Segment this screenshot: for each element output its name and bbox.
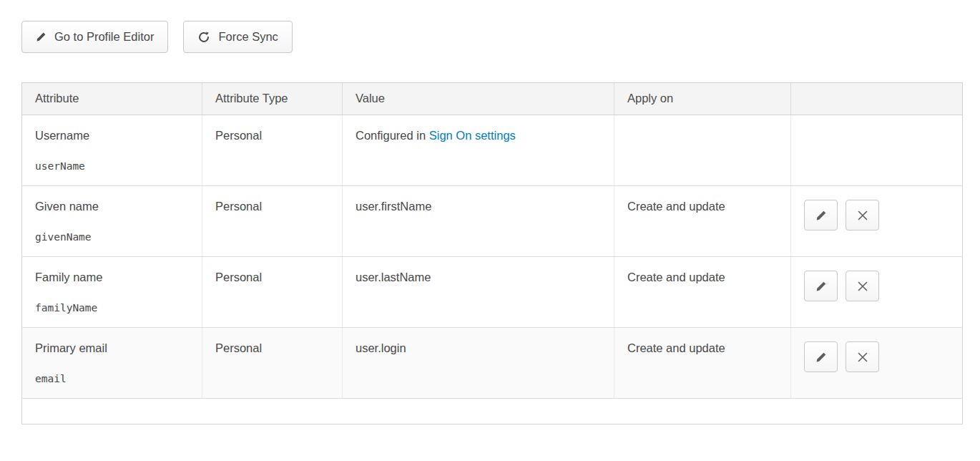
- header-attribute-type: Attribute Type: [202, 83, 343, 115]
- attribute-label: Given name: [35, 200, 189, 213]
- header-attribute: Attribute: [22, 83, 202, 115]
- table-row-given-name: Given name givenName Personal user.first…: [22, 186, 963, 257]
- attribute-label: Username: [35, 129, 189, 142]
- attribute-variable-name: givenName: [35, 231, 189, 243]
- pencil-icon: [36, 31, 46, 42]
- attribute-label: Primary email: [35, 341, 189, 355]
- table-row-family-name: Family name familyName Personal user.las…: [22, 257, 963, 328]
- header-value: Value: [343, 83, 614, 115]
- attribute-label: Family name: [35, 271, 189, 284]
- header-actions: [791, 83, 963, 115]
- force-sync-label: Force Sync: [218, 30, 278, 44]
- refresh-icon: [197, 31, 210, 44]
- attribute-variable-name: familyName: [35, 302, 189, 314]
- delete-attribute-button[interactable]: [846, 341, 879, 372]
- attribute-variable-name: userName: [35, 160, 189, 172]
- edit-attribute-button[interactable]: [804, 341, 838, 372]
- pencil-icon: [815, 281, 827, 292]
- table-row-primary-email: Primary email email Personal user.login …: [22, 328, 963, 399]
- row-actions: [804, 271, 949, 301]
- value-text: user.lastName: [356, 271, 431, 283]
- table-row-username: Username userName Personal Configured in…: [22, 115, 963, 186]
- pencil-icon: [815, 351, 827, 363]
- sign-on-settings-link[interactable]: Sign On settings: [429, 129, 516, 142]
- row-actions: [804, 200, 949, 230]
- edit-attribute-button[interactable]: [804, 200, 838, 230]
- attribute-type: Personal: [215, 200, 262, 213]
- go-to-profile-editor-button[interactable]: Go to Profile Editor: [21, 21, 168, 53]
- go-to-profile-editor-label: Go to Profile Editor: [54, 30, 154, 44]
- attribute-variable-name: email: [35, 373, 189, 384]
- header-apply-on: Apply on: [614, 83, 791, 115]
- delete-attribute-button[interactable]: [846, 271, 879, 301]
- value-text: user.login: [356, 341, 406, 354]
- apply-on-text: Create and update: [627, 341, 725, 354]
- close-icon: [858, 210, 868, 220]
- attribute-type: Personal: [215, 271, 262, 283]
- table-header-row: Attribute Attribute Type Value Apply on: [22, 83, 963, 115]
- pencil-icon: [815, 210, 827, 221]
- value-text: user.firstName: [356, 200, 431, 213]
- attribute-type: Personal: [215, 129, 262, 142]
- close-icon: [858, 281, 868, 291]
- close-icon: [858, 352, 868, 362]
- apply-on-text: Create and update: [627, 200, 725, 213]
- row-actions: [804, 341, 949, 372]
- apply-on-text: Create and update: [627, 271, 725, 283]
- delete-attribute-button[interactable]: [846, 200, 879, 230]
- attribute-mappings-table: Attribute Attribute Type Value Apply on …: [21, 82, 962, 424]
- force-sync-button[interactable]: Force Sync: [183, 21, 292, 53]
- attribute-type: Personal: [215, 341, 262, 354]
- table-row-partial: [22, 399, 963, 424]
- toolbar: Go to Profile Editor Force Sync: [0, 0, 980, 53]
- value-text: Configured in: [356, 129, 429, 142]
- edit-attribute-button[interactable]: [804, 271, 838, 301]
